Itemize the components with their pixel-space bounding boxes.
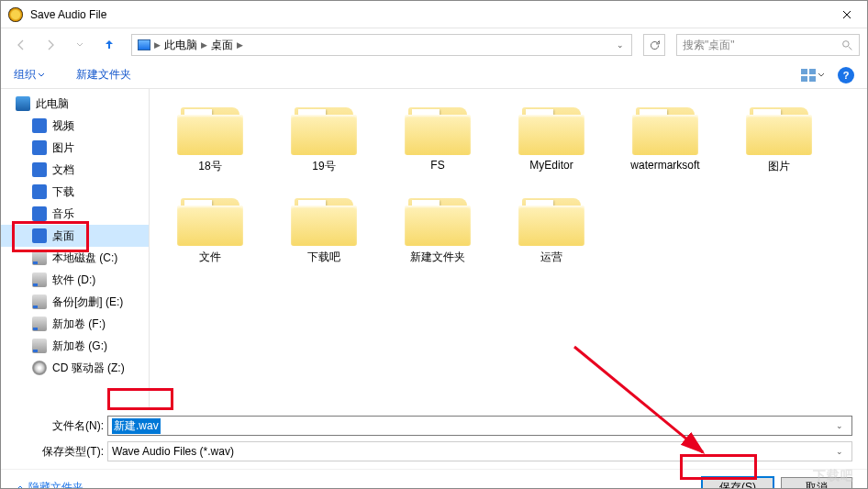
cd-icon [32,361,47,375]
drive-icon [32,250,47,265]
sidebar-item-8[interactable]: 软件 (D:) [1,269,149,291]
sidebar-item-10[interactable]: 新加卷 (F:) [1,313,149,335]
svg-point-0 [843,40,850,47]
folder-item[interactable]: 19号 [280,98,368,178]
app-icon [8,7,23,22]
folder-icon [632,102,698,155]
close-button[interactable] [826,1,867,28]
folder-icon [405,102,471,155]
save-fields: 文件名(N): 新建.wav⌄ 保存类型(T): Wave Audio File… [1,410,867,469]
sidebar-item-4[interactable]: 下载 [1,181,149,203]
filename-label: 文件名(N): [16,418,107,434]
folder-item[interactable]: watermarksoft [621,98,709,178]
sidebar-item-label: 音乐 [52,206,74,222]
sidebar-item-label: 备份[勿删] (E:) [52,295,123,310]
chevron-right-icon: ▶ [152,40,162,50]
new-folder-button[interactable]: 新建文件夹 [76,67,131,83]
folder-label: 18号 [198,159,221,174]
folder-item[interactable]: 文件 [166,189,254,269]
search-input[interactable]: 搜索"桌面" [676,34,860,56]
folder-label: watermarksoft [630,159,699,172]
chevron-right-icon: ▶ [235,40,245,50]
toolbar: 组织 新建文件夹 ? [1,61,867,89]
sidebar-item-label: 本地磁盘 (C:) [52,250,117,266]
sidebar-item-3[interactable]: 文档 [1,159,149,181]
folder-item[interactable]: 下载吧 [280,189,368,269]
blue-icon [32,118,47,133]
drive-icon [32,317,47,331]
filetype-label: 保存类型(T): [16,444,107,460]
organize-menu[interactable]: 组织 [14,67,45,83]
pc-icon [16,96,30,111]
sidebar-item-label: 新加卷 (G:) [52,339,107,354]
sidebar-item-6[interactable]: 桌面 [1,225,149,247]
drive-icon [32,295,47,309]
save-button[interactable]: 保存(S) [702,477,773,489]
folder-item[interactable]: 新建文件夹 [394,189,482,269]
folder-icon [291,193,357,246]
folder-item[interactable]: 运营 [507,189,595,269]
svg-rect-2 [809,69,816,74]
folder-label: MyEditor [529,159,573,172]
address-history-dropdown[interactable]: ⌄ [613,40,628,50]
folder-label: FS [430,159,444,172]
cancel-button[interactable]: 取消 [781,477,852,489]
address-bar[interactable]: ▶ 此电脑 ▶ 桌面 ▶ ⌄ [131,34,632,56]
breadcrumb-root[interactable] [136,39,152,50]
sidebar-item-7[interactable]: 本地磁盘 (C:) [1,247,149,269]
title-bar: Save Audio File [1,1,867,28]
sidebar-item-label: 文档 [52,162,74,178]
sidebar-item-label: 图片 [52,140,74,156]
recent-dropdown[interactable] [67,32,93,58]
breadcrumb-seg-2[interactable]: 桌面 [209,38,235,53]
folder-item[interactable]: 18号 [166,98,254,178]
folder-label: 图片 [768,159,790,174]
folder-icon [405,193,471,246]
folder-icon [746,102,812,155]
chevron-down-icon[interactable]: ⌄ [831,421,848,430]
svg-rect-4 [809,76,816,82]
breadcrumb-seg-1[interactable]: 此电脑 [162,38,199,53]
sidebar-tree: 此电脑视频图片文档下载音乐桌面本地磁盘 (C:)软件 (D:)备份[勿删] (E… [1,89,150,410]
up-button[interactable] [96,32,122,58]
folder-label: 下载吧 [307,250,340,265]
folder-item[interactable]: FS [394,98,482,178]
forward-button[interactable] [38,32,63,58]
svg-rect-3 [801,76,807,82]
folder-label: 新建文件夹 [410,250,465,265]
sidebar-item-5[interactable]: 音乐 [1,203,149,225]
navigation-bar: ▶ 此电脑 ▶ 桌面 ▶ ⌄ 搜索"桌面" [1,28,867,61]
help-button[interactable]: ? [838,67,854,83]
sidebar-item-label: 视频 [52,118,74,134]
sidebar-item-label: 新加卷 (F:) [52,317,106,332]
folder-item[interactable]: 图片 [735,98,823,178]
folder-item[interactable]: MyEditor [507,98,595,178]
folder-icon [177,102,243,155]
filename-input[interactable]: 新建.wav⌄ [107,416,852,436]
blue-icon [32,184,47,199]
back-button[interactable] [8,32,34,58]
folder-icon [177,193,243,246]
filetype-select[interactable]: Wave Audio Files (*.wav)⌄ [107,441,852,461]
chevron-right-icon: ▶ [199,40,209,50]
sidebar-item-label: 此电脑 [36,96,69,112]
sidebar-item-0[interactable]: 此电脑 [1,93,149,115]
view-options-button[interactable] [801,65,825,85]
blue-icon [32,228,47,243]
svg-rect-1 [801,69,807,74]
drive-icon [32,339,47,353]
sidebar-item-12[interactable]: CD 驱动器 (Z:) [1,357,149,379]
sidebar-item-label: 下载 [52,184,74,200]
hide-folders-toggle[interactable]: 隐藏文件夹 [16,480,83,490]
folder-icon [518,193,584,246]
file-grid: 18号19号FSMyEditorwatermarksoft图片文件下载吧新建文件… [150,89,867,410]
sidebar-item-9[interactable]: 备份[勿删] (E:) [1,291,149,313]
chevron-down-icon[interactable]: ⌄ [831,447,848,456]
refresh-button[interactable] [643,34,665,56]
drive-icon [32,272,47,287]
sidebar-item-11[interactable]: 新加卷 (G:) [1,335,149,357]
sidebar-item-label: 软件 (D:) [52,272,95,288]
blue-icon [32,162,47,177]
sidebar-item-2[interactable]: 图片 [1,137,149,159]
sidebar-item-1[interactable]: 视频 [1,115,149,137]
